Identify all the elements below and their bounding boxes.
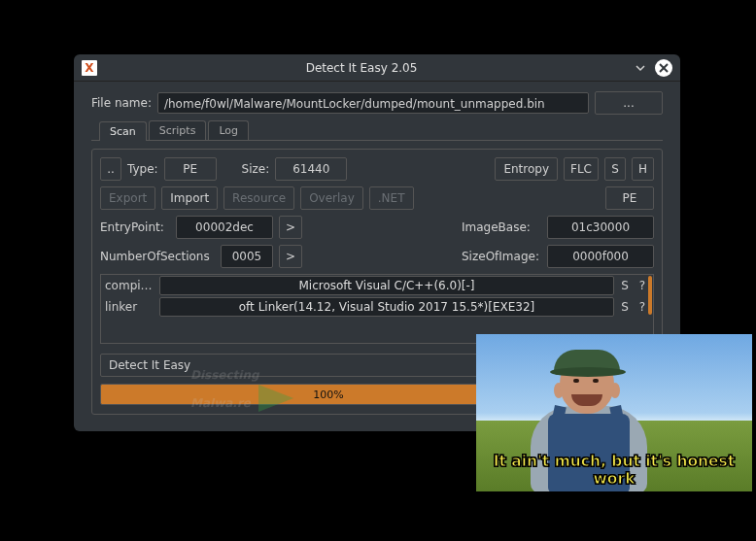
imagebase-label: ImageBase:	[462, 220, 541, 234]
minimize-button[interactable]	[632, 59, 649, 77]
list-item: compi… Microsoft Visual C/C++(6.0)[-] S …	[101, 275, 653, 296]
entropy-button[interactable]: Entropy	[495, 157, 558, 181]
h-button[interactable]: H	[632, 157, 654, 181]
up-button[interactable]: ..	[100, 157, 121, 181]
entrypoint-go-button[interactable]: >	[279, 216, 302, 239]
net-button[interactable]: .NET	[369, 186, 414, 210]
numsections-value[interactable]: 0005	[221, 245, 273, 268]
s-button[interactable]: S	[604, 157, 626, 181]
size-value[interactable]: 61440	[275, 157, 347, 181]
type-label: Type:	[127, 162, 158, 176]
list-item: linker oft Linker(14.12, Visual Studio 2…	[101, 296, 653, 318]
app-icon: X	[82, 60, 97, 76]
close-button[interactable]	[655, 59, 672, 77]
tab-scan[interactable]: Scan	[99, 121, 147, 141]
detection-s-button[interactable]: S	[618, 300, 632, 314]
size-label: Size:	[242, 162, 270, 176]
filename-label: File name:	[91, 96, 152, 110]
engine-combo-value: Detect It Easy	[109, 358, 190, 372]
overlay-button[interactable]: Overlay	[300, 186, 363, 210]
detection-kind: compi…	[105, 279, 155, 292]
entrypoint-label: EntryPoint:	[100, 220, 170, 234]
filename-field[interactable]: /home/f0wl/Malware/MountLocker/dumped/mo…	[157, 92, 589, 114]
detection-value[interactable]: Microsoft Visual C/C++(6.0)[-]	[159, 276, 614, 295]
tab-scripts[interactable]: Scripts	[149, 120, 207, 140]
detection-help-button[interactable]: ?	[636, 300, 649, 314]
flc-button[interactable]: FLC	[564, 157, 599, 181]
detection-help-button[interactable]: ?	[636, 279, 649, 292]
pe-button[interactable]: PE	[605, 186, 654, 210]
window-title: Detect It Easy 2.05	[97, 61, 626, 75]
import-button[interactable]: Import	[161, 186, 218, 210]
numsections-label: NumberOfSections	[100, 250, 215, 263]
engine-combo[interactable]: Detect It Easy ▼	[100, 354, 523, 377]
tab-bar: Scan Scripts Log	[91, 120, 663, 141]
tab-log[interactable]: Log	[208, 120, 249, 140]
resource-button[interactable]: Resource	[223, 186, 294, 210]
scrollbar[interactable]	[648, 276, 652, 315]
imagebase-value[interactable]: 01c30000	[547, 216, 654, 239]
sizeofimage-value[interactable]: 0000f000	[547, 245, 654, 268]
meme-caption: It ain't much, but it's honest work	[476, 453, 752, 488]
sizeofimage-label: SizeOfImage:	[462, 250, 541, 263]
browse-button[interactable]: ...	[595, 91, 663, 115]
numsections-go-button[interactable]: >	[279, 245, 302, 268]
type-value[interactable]: PE	[164, 157, 217, 181]
titlebar: X Detect It Easy 2.05	[74, 54, 680, 82]
detection-kind: linker	[105, 300, 155, 314]
detection-s-button[interactable]: S	[618, 279, 632, 292]
detection-value[interactable]: oft Linker(14.12, Visual Studio 2017 15.…	[159, 297, 614, 317]
entrypoint-value[interactable]: 00002dec	[176, 216, 273, 239]
meme-image: It ain't much, but it's honest work	[476, 334, 752, 491]
export-button[interactable]: Export	[100, 186, 155, 210]
